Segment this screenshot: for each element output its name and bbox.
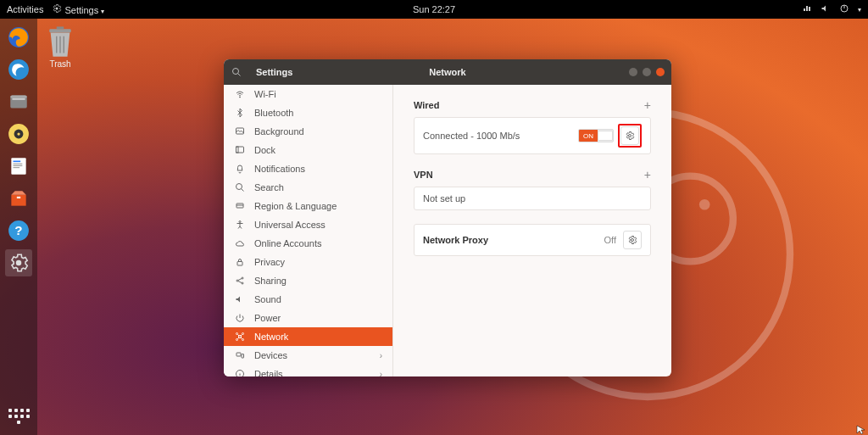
dock-files-icon[interactable] <box>5 88 32 115</box>
window-maximize-button[interactable] <box>643 68 651 76</box>
svg-point-34 <box>236 184 242 190</box>
access-icon <box>234 219 246 231</box>
sidebar-item-sound[interactable]: Sound <box>224 290 392 309</box>
wired-status-label: Connected - 1000 Mb/s <box>423 131 578 141</box>
details-icon <box>234 368 246 376</box>
devices-icon <box>234 349 246 361</box>
wired-settings-button[interactable] <box>620 126 639 145</box>
proxy-status: Off <box>604 235 616 245</box>
vpn-row: Not set up <box>414 187 651 210</box>
sidebar-item-privacy[interactable]: Privacy <box>224 253 392 271</box>
dock-icon <box>234 144 246 156</box>
svg-point-2 <box>699 199 710 210</box>
wired-add-button[interactable]: + <box>644 98 651 112</box>
dock-software-icon[interactable] <box>5 185 32 212</box>
system-menu-chevron-icon[interactable]: ▾ <box>858 6 861 14</box>
dock: ? <box>0 19 37 435</box>
svg-rect-9 <box>12 98 25 100</box>
clock[interactable]: Sun 22:27 <box>413 4 455 14</box>
svg-point-37 <box>239 221 241 223</box>
svg-line-29 <box>238 74 241 76</box>
sidebar-item-label: Online Accounts <box>254 238 322 248</box>
svg-point-53 <box>632 239 634 242</box>
svg-point-52 <box>629 135 632 137</box>
svg-rect-10 <box>10 95 27 98</box>
power-indicator-icon[interactable] <box>839 3 849 15</box>
window-title-left: Settings <box>256 67 292 77</box>
window-close-button[interactable] <box>656 68 665 76</box>
sidebar-item-label: Notifications <box>254 164 305 174</box>
vpn-add-button[interactable]: + <box>644 168 651 181</box>
dock-libreoffice-icon[interactable] <box>5 153 32 180</box>
desktop-trash[interactable]: Trash <box>46 25 75 69</box>
settings-sidebar: Wi-FiBluetoothBackgroundDockNotification… <box>224 85 393 376</box>
svg-rect-33 <box>236 147 239 153</box>
dock-show-apps-icon[interactable] <box>5 403 32 430</box>
network-indicator-icon[interactable] <box>802 3 812 15</box>
proxy-settings-button[interactable] <box>623 231 642 249</box>
sidebar-item-label: Sharing <box>254 276 287 286</box>
sidebar-item-region-language[interactable]: Region & Language <box>224 197 392 215</box>
wired-connection-row: Connected - 1000 Mb/s ON <box>414 117 651 154</box>
svg-point-7 <box>8 59 29 80</box>
svg-rect-15 <box>14 161 21 163</box>
sidebar-item-dock[interactable]: Dock <box>224 141 392 159</box>
lock-icon <box>234 256 246 268</box>
dock-settings-icon[interactable] <box>5 249 32 276</box>
svg-point-44 <box>242 333 244 335</box>
svg-rect-48 <box>242 354 244 359</box>
svg-rect-24 <box>57 26 64 29</box>
bluetooth-icon <box>234 107 246 119</box>
svg-rect-19 <box>17 197 20 198</box>
sidebar-item-label: Bluetooth <box>254 108 293 118</box>
wired-toggle[interactable]: ON <box>578 129 614 142</box>
activities-button[interactable]: Activities <box>7 4 43 14</box>
sidebar-item-background[interactable]: Background <box>224 122 392 141</box>
sidebar-item-label: Sound <box>254 294 281 304</box>
sidebar-item-online-accounts[interactable]: Online Accounts <box>224 234 392 253</box>
vpn-section-title: VPN <box>414 170 433 180</box>
svg-rect-23 <box>49 29 70 32</box>
dock-rhythmbox-icon[interactable] <box>5 120 32 148</box>
search-icon <box>234 181 246 193</box>
sidebar-item-search[interactable]: Search <box>224 178 392 197</box>
window-title-center: Network <box>429 67 465 77</box>
sidebar-item-wi-fi[interactable]: Wi-Fi <box>224 85 392 103</box>
window-minimize-button[interactable] <box>629 68 637 76</box>
sidebar-item-notifications[interactable]: Notifications <box>224 159 392 178</box>
network-icon <box>234 331 246 343</box>
bell-icon <box>234 163 246 175</box>
dock-help-icon[interactable]: ? <box>5 217 32 244</box>
sidebar-item-label: Dock <box>254 145 275 155</box>
dock-firefox-icon[interactable] <box>5 24 32 51</box>
sidebar-item-network[interactable]: Network <box>224 327 392 346</box>
proxy-row: Network Proxy Off <box>414 224 651 256</box>
window-titlebar[interactable]: Settings Network <box>224 59 671 85</box>
sidebar-item-label: Privacy <box>254 257 285 267</box>
settings-menu[interactable]: Settings <box>52 3 104 15</box>
svg-text:?: ? <box>14 223 22 237</box>
sidebar-item-label: Universal Access <box>254 220 326 230</box>
wired-settings-highlight <box>618 124 642 148</box>
sidebar-item-label: Background <box>254 126 304 137</box>
wifi-icon <box>234 88 246 100</box>
cloud-icon <box>234 237 246 249</box>
sidebar-item-universal-access[interactable]: Universal Access <box>224 215 392 234</box>
svg-point-39 <box>236 280 238 282</box>
svg-point-46 <box>242 339 244 341</box>
sidebar-item-devices[interactable]: Devices› <box>224 346 392 365</box>
sidebar-item-label: Region & Language <box>254 201 337 211</box>
svg-point-43 <box>236 333 238 335</box>
trash-label: Trash <box>49 59 70 69</box>
svg-point-41 <box>242 282 243 284</box>
sidebar-item-details[interactable]: Details› <box>224 365 392 376</box>
svg-point-28 <box>233 69 239 75</box>
header-search-button[interactable] <box>224 67 249 77</box>
sidebar-item-sharing[interactable]: Sharing <box>224 271 392 290</box>
sidebar-item-power[interactable]: Power <box>224 309 392 327</box>
volume-indicator-icon[interactable] <box>821 3 831 15</box>
top-bar: Activities Settings Sun 22:27 ▾ <box>0 0 868 19</box>
proxy-title: Network Proxy <box>423 235 604 245</box>
sidebar-item-bluetooth[interactable]: Bluetooth <box>224 103 392 122</box>
dock-thunderbird-icon[interactable] <box>5 56 32 83</box>
